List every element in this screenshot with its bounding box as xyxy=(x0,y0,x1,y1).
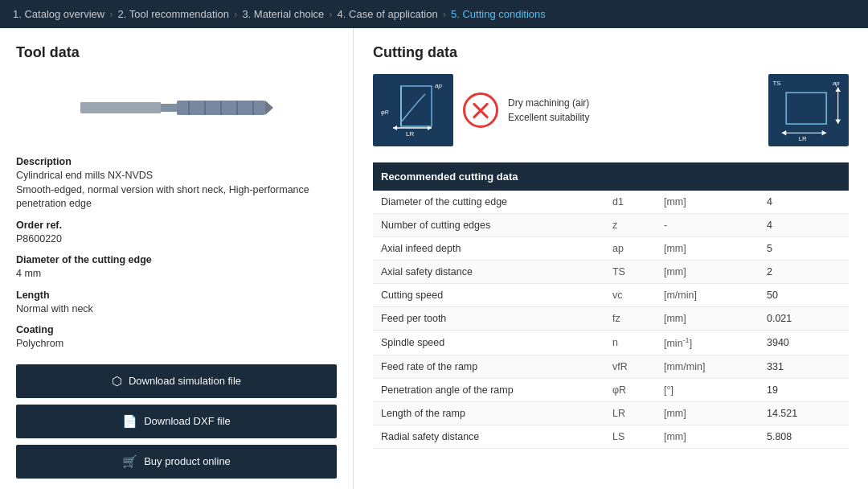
svg-marker-12 xyxy=(393,125,397,130)
unit-cell: [°] xyxy=(656,379,759,402)
svg-marker-24 xyxy=(782,129,787,135)
download-dxf-button[interactable]: 📄 Download DXF file xyxy=(16,405,337,438)
value-cell: 5.808 xyxy=(759,425,849,449)
dry-machining-icon-container xyxy=(463,92,498,128)
svg-rect-22 xyxy=(786,92,826,124)
coating-value: Polychrom xyxy=(16,337,337,351)
param-cell: Axial infeed depth xyxy=(373,237,604,261)
symbol-cell: vc xyxy=(604,284,656,307)
tool-image-area xyxy=(16,76,337,140)
nav-tool-rec[interactable]: 2. Tool recommendation xyxy=(118,8,230,20)
tool-image xyxy=(80,88,273,128)
cutting-data-title: Cutting data xyxy=(373,44,849,61)
svg-rect-0 xyxy=(80,102,161,113)
unit-cell: [mm] xyxy=(656,261,759,284)
symbol-cell: LR xyxy=(604,402,656,425)
svg-text:ap: ap xyxy=(435,82,442,89)
diameter-label: Diameter of the cutting edge xyxy=(16,254,337,265)
order-section: Order ref. P8600220 xyxy=(16,220,337,247)
symbol-cell: vfR xyxy=(604,355,656,379)
value-cell: 4 xyxy=(759,214,849,237)
symbol-cell: z xyxy=(604,214,656,237)
symbol-cell: φR xyxy=(604,379,656,402)
length-label: Length xyxy=(16,290,337,301)
tool-data-title: Tool data xyxy=(16,44,337,61)
svg-text:LR: LR xyxy=(799,135,807,142)
dxf-icon: 📄 xyxy=(122,414,137,429)
symbol-cell: d1 xyxy=(604,191,656,214)
value-cell: 19 xyxy=(759,379,849,402)
nav-cutting[interactable]: 5. Cutting conditions xyxy=(451,8,546,20)
description-label: Description xyxy=(16,156,337,167)
table-header: Recommended cutting data xyxy=(373,162,849,191)
description-section: Description Cylindrical end mills NX-NVD… xyxy=(16,156,337,212)
nav-sep-1: › xyxy=(109,8,113,20)
order-value: P8600220 xyxy=(16,232,337,247)
param-cell: Spindle speed xyxy=(373,331,604,355)
nav-catalog[interactable]: 1. Catalog overview xyxy=(13,8,104,20)
value-cell: 50 xyxy=(759,284,849,307)
simulation-icon: ⬡ xyxy=(112,374,122,388)
length-value: Normal with neck xyxy=(16,302,337,317)
symbol-cell: n xyxy=(604,331,656,355)
table-row: Cutting speed vc [m/min] 50 xyxy=(373,284,849,307)
unit-cell: [mm] xyxy=(656,191,759,214)
dry-machining-text: Dry machining (air) Excellent suitabilit… xyxy=(508,96,589,125)
param-cell: Cutting speed xyxy=(373,284,604,307)
param-cell: Feed per tooth xyxy=(373,307,604,331)
svg-text:φR: φR xyxy=(381,109,389,116)
value-cell: 331 xyxy=(759,355,849,379)
nav-case[interactable]: 4. Case of application xyxy=(338,8,438,20)
coating-label: Coating xyxy=(16,324,337,335)
length-section: Length Normal with neck xyxy=(16,290,337,317)
symbol-cell: ap xyxy=(604,237,656,261)
table-row: Axial infeed depth ap [mm] 5 xyxy=(373,237,849,261)
param-cell: Penetration angle of the ramp xyxy=(373,379,604,402)
table-row: Number of cutting edges z - 4 xyxy=(373,214,849,237)
value-cell: 2 xyxy=(759,261,849,284)
value-cell: 5 xyxy=(759,237,849,261)
unit-cell: [mm] xyxy=(656,425,759,449)
table-row: Spindle speed n [min-1] 3940 xyxy=(373,331,849,355)
nav-sep-4: › xyxy=(443,8,446,20)
svg-marker-21 xyxy=(835,119,841,124)
value-cell: 0.021 xyxy=(759,307,849,331)
value-cell: 14.521 xyxy=(759,402,849,425)
cutting-diagram-left: ap LR φR xyxy=(373,74,453,146)
param-cell: Radial safety distance xyxy=(373,425,604,449)
symbol-cell: LS xyxy=(604,425,656,449)
diameter-section: Diameter of the cutting edge 4 mm xyxy=(16,254,337,281)
symbol-cell: TS xyxy=(604,261,656,284)
unit-cell: [mm/min] xyxy=(656,355,759,379)
buy-product-button[interactable]: 🛒 Buy product online xyxy=(16,445,337,479)
cutting-data-panel: Cutting data ap LR xyxy=(354,28,868,489)
value-cell: 3940 xyxy=(759,331,849,355)
diagram-svg-right: TS ap LR xyxy=(768,75,849,146)
download-simulation-button[interactable]: ⬡ Download simulation file xyxy=(16,364,337,398)
svg-text:TS: TS xyxy=(773,80,781,87)
nav-sep-3: › xyxy=(329,8,332,20)
svg-text:ap: ap xyxy=(833,80,840,87)
param-cell: Number of cutting edges xyxy=(373,214,604,237)
dry-machining-icon xyxy=(463,92,498,128)
table-row: Radial safety distance LS [mm] 5.808 xyxy=(373,425,849,449)
param-cell: Feed rate of the ramp xyxy=(373,355,604,379)
cutting-data-table: Recommended cutting data Diameter of the… xyxy=(373,162,849,449)
tool-data-panel: Tool data Description xyxy=(0,28,354,489)
description-value: Cylindrical end mills NX-NVDS Smooth-edg… xyxy=(16,169,337,212)
top-navigation: 1. Catalog overview › 2. Tool recommenda… xyxy=(0,0,868,28)
cutting-diagram-right: TS ap LR xyxy=(768,74,849,146)
unit-cell: [mm] xyxy=(656,402,759,425)
cutting-icons-row: ap LR φR xyxy=(373,74,849,146)
unit-cell: [m/min] xyxy=(656,284,759,307)
coating-section: Coating Polychrom xyxy=(16,324,337,351)
value-cell: 4 xyxy=(759,191,849,214)
table-row: Feed per tooth fz [mm] 0.021 xyxy=(373,307,849,331)
param-cell: Diameter of the cutting edge xyxy=(373,191,604,214)
nav-material[interactable]: 3. Material choice xyxy=(242,8,324,20)
param-cell: Length of the ramp xyxy=(373,402,604,425)
order-label: Order ref. xyxy=(16,220,337,231)
table-row: Length of the ramp LR [mm] 14.521 xyxy=(373,402,849,425)
svg-text:LR: LR xyxy=(406,130,414,138)
svg-rect-15 xyxy=(401,86,432,126)
